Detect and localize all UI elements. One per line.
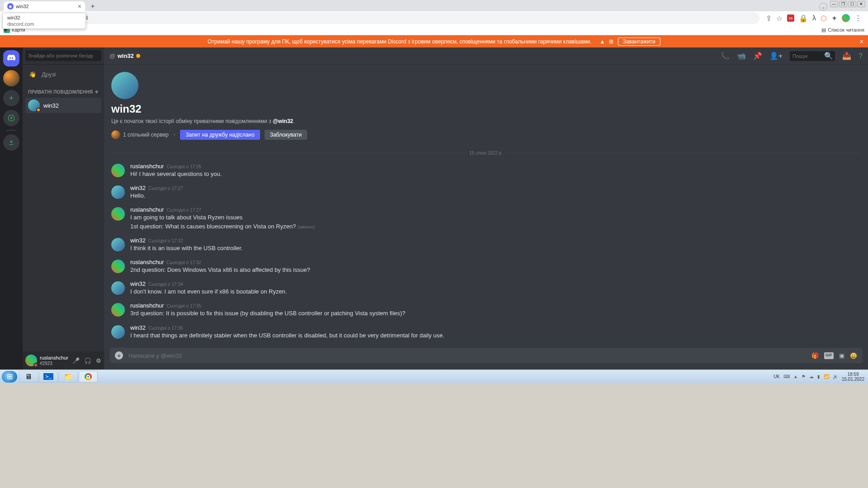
friends-link[interactable]: 👋 Друзі [25, 66, 101, 82]
message-author[interactable]: win32 [130, 237, 146, 244]
window-close-icon[interactable]: ✕ [857, 1, 865, 7]
browser-menu-icon[interactable]: ⋮ [854, 14, 862, 23]
extension-icons: ⇪ ☆ 16 🔒 λ ⬡ ✦ ⋮ [762, 14, 865, 23]
browser-tab-active[interactable]: ◉ win32 × [4, 1, 85, 11]
friend-request-button[interactable]: Запит на дружбу надіслано [180, 130, 260, 140]
mic-muted-icon[interactable]: 🎤 [72, 357, 80, 364]
create-dm-icon[interactable]: + [95, 88, 99, 95]
cloud-icon[interactable]: ☁ [809, 374, 814, 379]
tab-strip: ◉ win32 × + ⌄ — ❐ ☐ ✕ [0, 0, 868, 11]
restore-icon[interactable]: ❐ [839, 1, 847, 7]
new-tab-button[interactable]: + [88, 1, 98, 11]
message-author[interactable]: win32 [130, 185, 146, 191]
message-avatar[interactable] [111, 325, 125, 339]
tray-clock[interactable]: 18:59 15.01.2022 [842, 372, 864, 382]
emoji-icon[interactable]: 😀 [850, 352, 857, 359]
message-input[interactable] [128, 352, 806, 359]
message-author[interactable]: win32 [130, 280, 146, 287]
taskbar-files[interactable]: 📁 [59, 371, 78, 383]
sticker-icon[interactable]: ▣ [839, 352, 844, 359]
keyboard-icon[interactable]: ⌨ [783, 374, 790, 379]
user-tag: #2923 [40, 361, 68, 366]
volume-icon[interactable]: 🔊 [833, 374, 838, 379]
intro-text: Це є початок твоєї історії обміну приват… [111, 118, 861, 124]
download-apps-button[interactable] [3, 134, 19, 151]
chat-scroll[interactable]: win32 Це є початок твоєї історії обміну … [104, 65, 868, 348]
dm-search-input[interactable] [25, 50, 101, 61]
user-controls: 🎤 🎧 ⚙ [72, 357, 101, 364]
call-icon[interactable]: 📞 [721, 52, 730, 60]
message-author[interactable]: ruslanshchur [130, 163, 164, 170]
tab-search-icon[interactable]: ⌄ [819, 3, 827, 11]
adblock-icon[interactable]: 16 [787, 14, 794, 22]
shield-icon[interactable]: ⬡ [821, 14, 827, 23]
gift-icon[interactable]: 🎁 [811, 352, 819, 359]
minimize-icon[interactable]: — [830, 1, 838, 7]
dm-avatar [28, 99, 40, 111]
header-search[interactable]: 🔍 [790, 51, 835, 61]
reading-list-button[interactable]: ▤ Список читання [821, 27, 864, 33]
help-icon[interactable]: ? [859, 52, 863, 60]
address-bar[interactable]: els/@me/931845298895069244 [5, 12, 759, 24]
windows-icon[interactable]: ⊞ [609, 38, 613, 45]
lock-ext-icon[interactable]: 🔒 [799, 14, 808, 23]
wifi-icon[interactable]: 📶 [824, 374, 829, 379]
battery-icon[interactable]: ▮ [817, 374, 820, 379]
message-author[interactable]: ruslanshchur [130, 302, 164, 309]
mutual-servers[interactable]: 1 спільний сервер [111, 130, 169, 139]
taskbar-chrome[interactable] [79, 371, 98, 383]
close-tab-icon[interactable]: × [78, 3, 81, 10]
status-idle-icon [136, 54, 140, 58]
dm-item-win32[interactable]: win32 [25, 98, 101, 113]
taskbar-explorer[interactable]: 🖥 [19, 371, 38, 383]
block-button[interactable]: Заблокувати [265, 130, 307, 140]
message-avatar[interactable] [111, 238, 125, 251]
message-avatar[interactable] [111, 185, 125, 199]
server-item[interactable] [3, 70, 19, 86]
message-avatar[interactable] [111, 207, 125, 221]
start-button[interactable]: ⊞ [2, 371, 17, 383]
headphones-icon[interactable]: 🎧 [84, 357, 91, 364]
message-avatar[interactable] [111, 164, 125, 177]
url-autocomplete[interactable]: win32 discord.com [2, 13, 86, 29]
settings-icon[interactable]: ⚙ [96, 357, 101, 364]
maximize-icon[interactable]: ☐ [848, 1, 856, 7]
add-server-button[interactable]: + [3, 90, 19, 106]
channel-sidebar: 👋 Друзі ПРИВАТНІ ПОВІДОМЛЕННЯ + win32 ru… [23, 47, 104, 370]
explore-button[interactable] [3, 110, 19, 126]
flag-icon[interactable]: ⚑ [802, 374, 806, 379]
taskbar-powershell[interactable]: ≻_ [39, 371, 58, 383]
input-tools: 🎁 GIF ▣ 😀 [811, 352, 857, 359]
message-avatar[interactable] [111, 260, 125, 273]
message-author[interactable]: ruslanshchur [130, 206, 164, 213]
home-button[interactable] [3, 50, 19, 66]
android-icon[interactable]: ▲ [600, 38, 605, 45]
add-friend-icon[interactable]: 👤+ [769, 52, 783, 60]
lang-indicator[interactable]: UK [773, 374, 780, 379]
server-rail: + [0, 47, 23, 370]
message-avatar[interactable] [111, 303, 125, 317]
folder-icon: 📁 [64, 372, 73, 381]
profile-avatar-icon[interactable] [842, 14, 850, 22]
video-icon[interactable]: 📹 [737, 52, 746, 60]
lambda-icon[interactable]: λ [812, 14, 816, 22]
header-search-input[interactable] [792, 53, 824, 59]
tray-chevron-icon[interactable]: ▲ [793, 374, 798, 379]
gif-button[interactable]: GIF [824, 352, 834, 359]
message: win32 Сьогодні о 17:36 I heard that thin… [111, 322, 861, 344]
profile-avatar-large[interactable] [111, 72, 138, 99]
pin-icon[interactable]: 📌 [753, 52, 762, 60]
share-icon[interactable]: ⇪ [766, 14, 772, 23]
download-button[interactable]: Завантажити [618, 38, 660, 46]
star-icon[interactable]: ☆ [776, 14, 783, 23]
message-author[interactable]: win32 [130, 324, 146, 331]
banner-close-icon[interactable]: × [860, 38, 863, 45]
inbox-icon[interactable]: 📥 [842, 52, 851, 60]
chat-header-name[interactable]: @ win32 [109, 52, 140, 59]
self-avatar[interactable] [25, 355, 37, 366]
message-author[interactable]: ruslanshchur [130, 259, 164, 265]
user-info[interactable]: ruslanshchur #2923 [40, 355, 68, 365]
message-avatar[interactable] [111, 281, 125, 295]
attach-button[interactable]: + [115, 351, 123, 360]
puzzle-icon[interactable]: ✦ [831, 14, 837, 23]
